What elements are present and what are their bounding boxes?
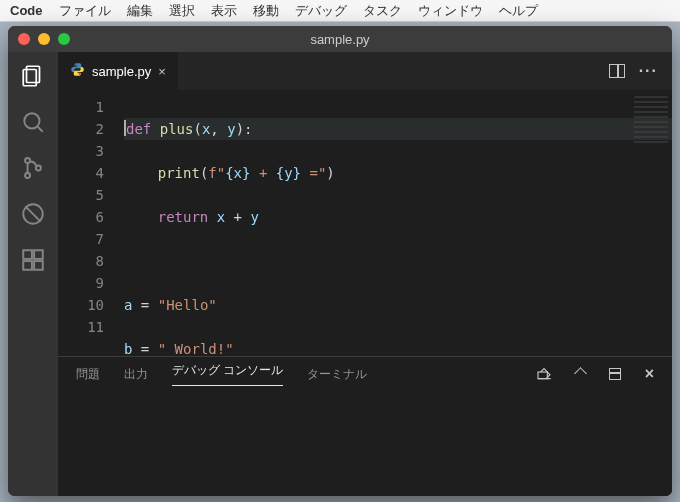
minimap[interactable] [634,96,668,144]
close-panel-icon[interactable]: × [645,365,654,383]
svg-line-8 [25,206,40,221]
collapse-panel-icon[interactable] [576,367,585,381]
clear-console-icon[interactable] [536,366,552,382]
mac-menu-window[interactable]: ウィンドウ [418,2,483,20]
explorer-icon[interactable] [19,62,47,90]
panel-tabs: 問題 出力 デバッグ コンソール ターミナル × [58,357,672,391]
panel-tab-output[interactable]: 出力 [124,366,148,383]
mac-menu-view[interactable]: 表示 [211,2,237,20]
window-body: sample.py ● × ··· 1 2 3 4 5 6 [8,52,672,496]
split-editor-icon[interactable] [609,64,625,78]
bottom-panel: 問題 出力 デバッグ コンソール ターミナル × [58,356,672,496]
svg-point-4 [25,158,30,163]
code-line[interactable] [124,250,672,272]
mac-menu-help[interactable]: ヘルプ [499,2,538,20]
activity-bar [8,52,58,496]
extensions-icon[interactable] [19,246,47,274]
svg-point-6 [36,166,41,171]
code-content[interactable]: def plus(x, y): print(f"{x} + {y} =") re… [118,90,672,356]
more-actions-icon[interactable]: ··· [639,62,658,80]
debug-icon[interactable] [19,200,47,228]
source-control-icon[interactable] [19,154,47,182]
titlebar[interactable]: sample.py [8,26,672,52]
editor-tabs: sample.py ● × ··· [58,52,672,90]
code-editor[interactable]: 1 2 3 4 5 6 7 8 9 10 11 def plus(x, y): … [58,90,672,356]
mac-menu-edit[interactable]: 編集 [127,2,153,20]
mac-menu-selection[interactable]: 選択 [169,2,195,20]
search-icon[interactable] [19,108,47,136]
vscode-window: sample.py [8,26,672,496]
svg-rect-11 [23,261,32,270]
tab-spacer [179,52,595,90]
panel-tab-debug-console[interactable]: デバッグ コンソール [172,362,283,386]
code-line[interactable]: return x + y [124,206,672,228]
editor-actions: ··· [595,52,672,90]
code-line[interactable]: b = " World!" [124,338,672,356]
svg-rect-9 [23,250,32,259]
line-numbers: 1 2 3 4 5 6 7 8 9 10 11 [58,90,118,356]
mac-menu-file[interactable]: ファイル [59,2,111,20]
mac-menu-go[interactable]: 移動 [253,2,279,20]
tab-label: sample.py [92,64,151,79]
mac-menu-bar: Code ファイル 編集 選択 表示 移動 デバッグ タスク ウィンドウ ヘルプ [0,0,680,22]
code-line[interactable]: a = "Hello" [124,294,672,316]
tab-close-icon[interactable]: × [158,64,166,79]
python-file-icon [70,62,85,80]
svg-line-3 [37,126,42,131]
svg-point-2 [24,113,39,128]
tab-sample-py[interactable]: sample.py ● × [58,52,179,90]
svg-rect-12 [34,261,43,270]
svg-rect-10 [34,250,43,259]
mac-menu-task[interactable]: タスク [363,2,402,20]
debug-console-body[interactable] [58,391,672,496]
maximize-panel-icon[interactable] [609,368,621,380]
editor-area: sample.py ● × ··· 1 2 3 4 5 6 [58,52,672,496]
window-title: sample.py [8,32,672,47]
mac-menu-app[interactable]: Code [10,3,43,18]
mac-menu-debug[interactable]: デバッグ [295,2,347,20]
svg-rect-13 [538,372,547,379]
code-line[interactable]: print(f"{x} + {y} =") [124,162,672,184]
svg-point-5 [25,173,30,178]
panel-tab-terminal[interactable]: ターミナル [307,366,367,383]
code-line[interactable]: def plus(x, y): [124,118,672,140]
panel-tab-problems[interactable]: 問題 [76,366,100,383]
